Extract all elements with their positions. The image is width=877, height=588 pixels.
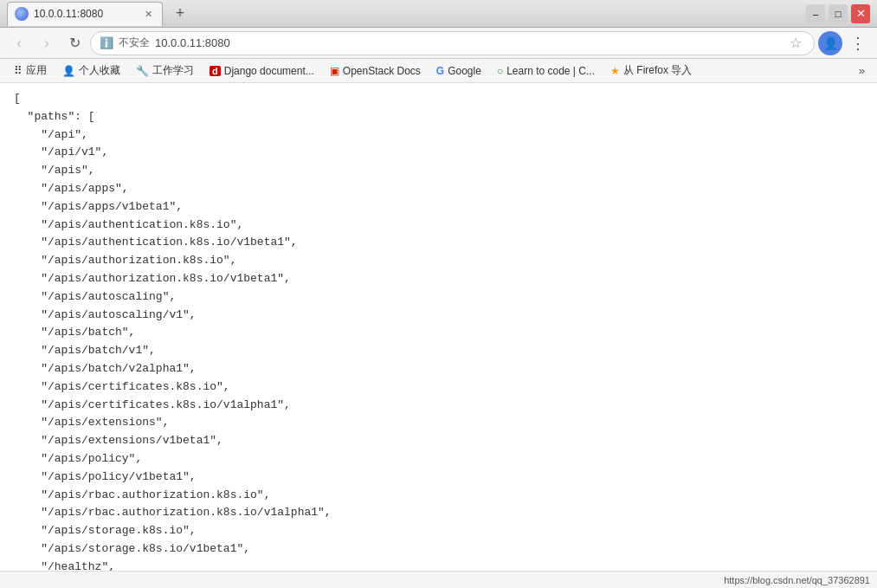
json-line-18: "/apis/extensions",	[14, 414, 863, 432]
back-button[interactable]: ‹	[7, 31, 31, 55]
profile-button[interactable]: 👤	[818, 31, 842, 55]
bookmark-apps[interactable]: ⠿应用	[7, 61, 54, 80]
window-controls: – □ ✕	[806, 4, 870, 23]
json-line-7: "/apis/authentication.k8s.io",	[14, 216, 863, 235]
json-line-2: "/api",	[14, 126, 863, 145]
tab-strip: 10.0.0.11:8080 ✕ +	[7, 2, 806, 26]
json-line-3: "/api/v1",	[14, 144, 863, 162]
json-line-4: "/apis",	[14, 162, 863, 180]
title-bar: 10.0.0.11:8080 ✕ + – □ ✕	[0, 0, 877, 28]
json-line-25: "/apis/storage.k8s.io/v1beta1",	[14, 540, 863, 559]
openstack-bookmark-icon: ▣	[330, 65, 339, 77]
json-line-21: "/apis/policy/v1beta1",	[14, 468, 863, 487]
json-line-5: "/apis/apps",	[14, 180, 863, 198]
json-line-23: "/apis/rbac.authorization.k8s.io/v1alpha…	[14, 504, 863, 522]
bookmark-google[interactable]: GGoogle	[429, 63, 488, 79]
close-button[interactable]: ✕	[851, 4, 870, 23]
json-line-24: "/apis/storage.k8s.io",	[14, 522, 863, 540]
insecure-label: 不安全	[119, 36, 150, 50]
json-line-22: "/apis/rbac.authorization.k8s.io",	[14, 487, 863, 505]
json-line-13: "/apis/batch",	[14, 324, 863, 342]
tab-favicon	[15, 7, 29, 21]
bookmarks-overflow-button[interactable]: »	[854, 62, 870, 79]
apps-bookmark-icon: ⠿	[14, 64, 23, 77]
personal-bookmark-icon: 👤	[62, 65, 75, 77]
maximize-button[interactable]: □	[829, 4, 848, 23]
tab-title: 10.0.0.11:8080	[34, 8, 136, 20]
firefox-bookmark-icon: ★	[610, 65, 620, 77]
status-bar: https://blog.csdn.net/qq_37362891	[0, 571, 877, 588]
json-line-17: "/apis/certificates.k8s.io/v1alpha1",	[14, 397, 863, 415]
address-text: 10.0.0.11:8080	[155, 36, 781, 49]
json-line-14: "/apis/batch/v1",	[14, 342, 863, 360]
json-line-26: "/healthz",	[14, 559, 863, 571]
bookmark-work[interactable]: 🔧工作学习	[129, 61, 201, 80]
refresh-button[interactable]: ↻	[62, 31, 87, 55]
bookmark-firefox[interactable]: ★从 Firefox 导入	[603, 61, 699, 80]
browser-menu-button[interactable]: ⋮	[846, 31, 870, 55]
json-line-10: "/apis/authorization.k8s.io/v1beta1",	[14, 270, 863, 288]
forward-button[interactable]: ›	[35, 31, 59, 55]
new-tab-button[interactable]: +	[168, 2, 192, 26]
json-line-19: "/apis/extensions/v1beta1",	[14, 432, 863, 450]
django-bookmark-label: Django document...	[224, 65, 314, 77]
personal-bookmark-label: 个人收藏	[79, 63, 120, 78]
learncode-bookmark-icon: ○	[497, 65, 503, 77]
work-bookmark-label: 工作学习	[152, 63, 194, 78]
content-area: [ "paths": [ "/api", "/api/v1", "/apis",…	[0, 83, 877, 571]
json-line-8: "/apis/authentication.k8s.io/v1beta1",	[14, 234, 863, 252]
tab-close-button[interactable]: ✕	[141, 7, 155, 21]
minimize-button[interactable]: –	[806, 4, 825, 23]
bookmark-openstack[interactable]: ▣OpenStack Docs	[323, 63, 428, 79]
json-line-0: [	[14, 90, 863, 108]
json-line-6: "/apis/apps/v1beta1",	[14, 198, 863, 216]
json-line-9: "/apis/authorization.k8s.io",	[14, 252, 863, 270]
address-bar[interactable]: ℹ️ 不安全 10.0.0.11:8080 ☆	[90, 31, 815, 55]
openstack-bookmark-label: OpenStack Docs	[343, 65, 421, 77]
bookmark-django[interactable]: dDjango document...	[203, 63, 321, 79]
work-bookmark-icon: 🔧	[136, 65, 149, 77]
status-url: https://blog.csdn.net/qq_37362891	[724, 575, 870, 585]
json-line-20: "/apis/policy",	[14, 450, 863, 468]
google-bookmark-icon: G	[436, 65, 444, 77]
bookmark-learncode[interactable]: ○Learn to code | C...	[490, 63, 602, 79]
django-bookmark-icon: d	[210, 66, 221, 76]
learncode-bookmark-label: Learn to code | C...	[506, 65, 595, 77]
json-line-12: "/apis/autoscaling/v1",	[14, 307, 863, 325]
apps-bookmark-label: 应用	[26, 63, 47, 78]
security-icon: ℹ️	[100, 36, 113, 49]
bookmark-personal[interactable]: 👤个人收藏	[55, 61, 127, 80]
json-line-1: "paths": [	[14, 108, 863, 126]
firefox-bookmark-label: 从 Firefox 导入	[623, 63, 692, 78]
json-line-11: "/apis/autoscaling",	[14, 288, 863, 307]
google-bookmark-label: Google	[448, 65, 481, 77]
active-tab[interactable]: 10.0.0.11:8080 ✕	[7, 2, 163, 26]
navigation-bar: ‹ › ↻ ℹ️ 不安全 10.0.0.11:8080 ☆ 👤 ⋮	[0, 28, 877, 59]
bookmark-star-button[interactable]: ☆	[786, 35, 805, 51]
json-line-16: "/apis/certificates.k8s.io",	[14, 378, 863, 397]
json-line-15: "/apis/batch/v2alpha1",	[14, 360, 863, 378]
bookmarks-bar: » ⠿应用👤个人收藏🔧工作学习dDjango document...▣OpenS…	[0, 59, 877, 83]
